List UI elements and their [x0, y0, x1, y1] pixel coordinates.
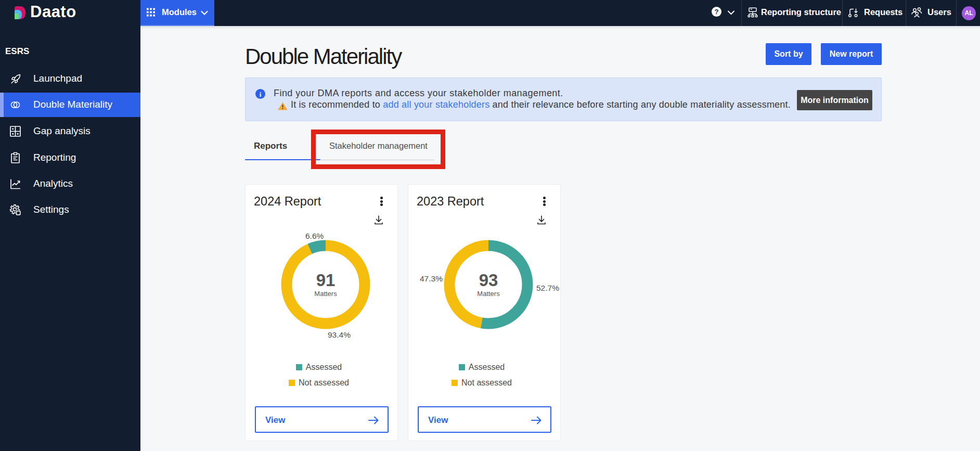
svg-text:i: i	[260, 91, 262, 98]
svg-text:?: ?	[715, 8, 719, 16]
